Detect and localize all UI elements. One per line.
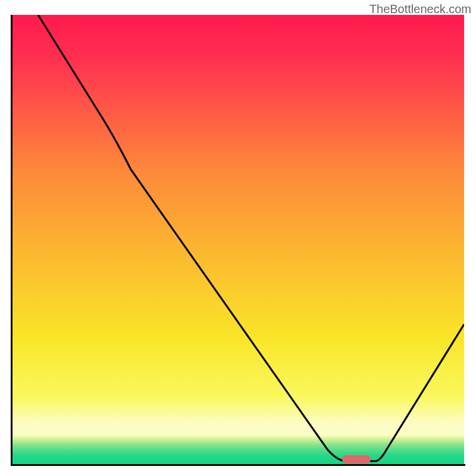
- chart-container: TheBottleneck.com: [0, 0, 476, 476]
- optimal-marker: [342, 455, 371, 464]
- bottleneck-curve: [12, 15, 464, 464]
- watermark-text: TheBottleneck.com: [369, 2, 471, 16]
- plot-area: [12, 15, 464, 464]
- y-axis: [11, 15, 12, 465]
- x-axis: [11, 464, 465, 466]
